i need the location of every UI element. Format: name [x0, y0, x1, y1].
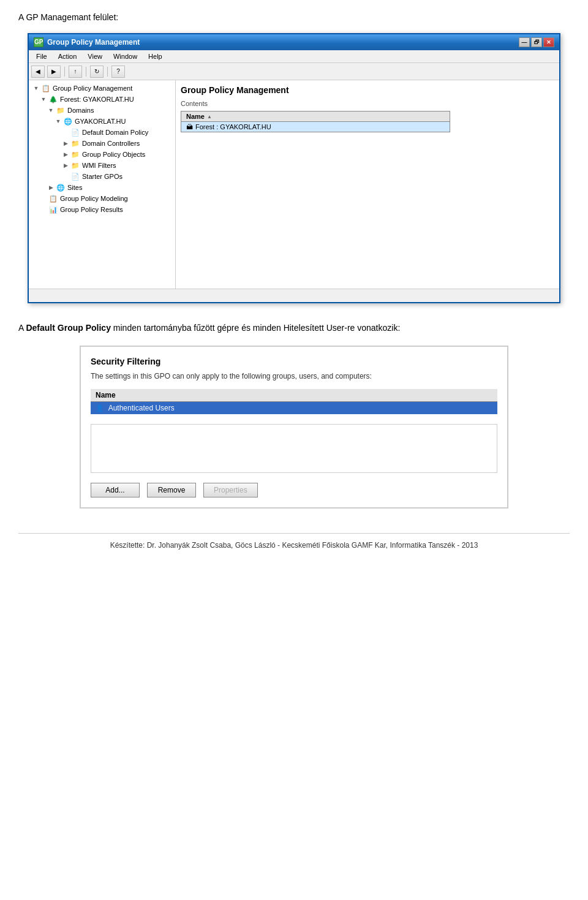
restore-button[interactable]: 🗗 [531, 37, 542, 47]
section-text-bold: Default Group Policy [26, 323, 110, 333]
tree-item-domain-hu[interactable]: ▼ 🌐 GYAKORLAT.HU [29, 116, 175, 127]
forest-expander[interactable]: ▼ [39, 94, 48, 104]
menu-window[interactable]: Window [108, 51, 142, 61]
domains-icon: 📁 [56, 105, 66, 115]
toolbar-separator-1 [64, 67, 65, 77]
tree-item-default-policy[interactable]: 📄 Default Domain Policy [29, 127, 175, 138]
close-button[interactable]: ✕ [543, 37, 554, 47]
authenticated-users-icon: 👤 [96, 404, 104, 412]
tree-forest-label: Forest: GYAKORLAT.HU [60, 96, 134, 103]
authenticated-users-label: Authenticated Users [108, 404, 175, 412]
modeling-icon: 📋 [48, 194, 58, 203]
page-heading: A GP Managemant felület: [18, 12, 570, 22]
domain-hu-icon: 🌐 [63, 116, 73, 126]
tree-item-results[interactable]: 📊 Group Policy Results [29, 204, 175, 215]
default-policy-icon: 📄 [70, 127, 80, 137]
window-title: Group Policy Management [47, 38, 140, 47]
tree-default-policy-label: Default Domain Policy [82, 129, 148, 136]
tree-modeling-label: Group Policy Modeling [60, 195, 128, 202]
root-icon: 📋 [41, 83, 51, 93]
section-description: A Default Group Policy minden tartományb… [18, 322, 570, 335]
menu-view[interactable]: View [83, 51, 107, 61]
tree-domain-controllers-label: Domain Controllers [82, 140, 140, 147]
toolbar-separator-3 [107, 67, 108, 77]
footer: Készítette: Dr. Johanyák Zsolt Csaba, Gö… [18, 533, 570, 550]
tree-root[interactable]: ▼ 📋 Group Policy Management [29, 83, 175, 94]
tree-item-modeling[interactable]: 📋 Group Policy Modeling [29, 193, 175, 204]
window-titlebar: GP Group Policy Management — 🗗 ✕ [29, 34, 559, 50]
titlebar-title-group: GP Group Policy Management [34, 37, 140, 47]
section-text-before: A [18, 323, 26, 333]
footer-text: Készítette: Dr. Johanyák Zsolt Csaba, Gö… [110, 541, 478, 550]
security-table: Name 👤 Authenticated Users [91, 389, 497, 414]
toolbar-separator-2 [86, 67, 86, 77]
refresh-button[interactable]: ↻ [90, 66, 104, 78]
tree-domains-label: Domains [67, 107, 94, 114]
tree-item-domains[interactable]: ▼ 📁 Domains [29, 105, 175, 116]
domain-ctrl-expander[interactable]: ▶ [61, 138, 70, 148]
tree-item-domain-controllers[interactable]: ▶ 📁 Domain Controllers [29, 138, 175, 149]
security-buttons: Add... Remove Properties [91, 483, 497, 497]
toolbar: ◀ ▶ ↑ ↻ ? [29, 63, 559, 80]
window-icon: GP [34, 37, 43, 47]
menu-help[interactable]: Help [143, 51, 167, 61]
minimize-button[interactable]: — [519, 37, 530, 47]
help-button[interactable]: ? [111, 66, 125, 78]
content-title: Group Policy Management [181, 85, 554, 95]
tree-gpo-label: Group Policy Objects [82, 151, 145, 158]
tree-sites-label: Sites [67, 184, 82, 191]
content-panel: Group Policy Management Contents Name ▲ … [176, 80, 559, 289]
domains-expander[interactable]: ▼ [46, 105, 56, 115]
menu-action[interactable]: Action [53, 51, 82, 61]
security-table-row[interactable]: 👤 Authenticated Users [91, 401, 497, 414]
tree-root-label: Group Policy Management [53, 85, 132, 92]
wmi-expander[interactable]: ▶ [61, 161, 70, 170]
list-row-forest[interactable]: 🏔 Forest : GYAKORLAT.HU [181, 122, 450, 132]
gp-management-window: GP Group Policy Management — 🗗 ✕ File Ac… [28, 33, 560, 303]
tree-item-gpo[interactable]: ▶ 📁 Group Policy Objects [29, 149, 175, 160]
starter-icon: 📄 [70, 172, 80, 181]
wmi-icon: 📁 [70, 161, 80, 170]
menu-bar: File Action View Window Help [29, 50, 559, 63]
security-table-header: Name [91, 389, 497, 402]
sites-icon: 🌐 [56, 183, 66, 192]
security-filtering-panel: Security Filtering The settings in this … [80, 346, 508, 509]
tree-item-starter[interactable]: 📄 Starter GPOs [29, 171, 175, 182]
status-bar [29, 289, 559, 302]
tree-results-label: Group Policy Results [60, 206, 123, 213]
properties-button[interactable]: Properties [203, 483, 258, 497]
sort-icon: ▲ [207, 114, 212, 119]
add-button[interactable]: Add... [91, 483, 140, 497]
up-button[interactable]: ↑ [69, 66, 82, 78]
gpo-icon: 📁 [70, 149, 80, 159]
security-title: Security Filtering [91, 357, 497, 366]
tree-domain-hu-label: GYAKORLAT.HU [75, 118, 126, 125]
remove-button[interactable]: Remove [147, 483, 196, 497]
security-description: The settings in this GPO can only apply … [91, 371, 497, 382]
tree-item-wmi[interactable]: ▶ 📁 WMI Filters [29, 160, 175, 171]
tree-item-forest[interactable]: ▼ 🌲 Forest: GYAKORLAT.HU [29, 94, 175, 105]
forest-icon: 🌲 [48, 94, 58, 104]
tree-starter-label: Starter GPOs [82, 173, 123, 180]
security-table-cell: 👤 Authenticated Users [91, 401, 497, 414]
content-subtitle: Contents [181, 100, 554, 107]
domain-hu-expander[interactable]: ▼ [53, 116, 63, 126]
domain-ctrl-icon: 📁 [70, 138, 80, 148]
list-header-name: Name [186, 113, 205, 120]
empty-list-area [91, 424, 497, 473]
tree-item-sites[interactable]: ▶ 🌐 Sites [29, 182, 175, 193]
content-list: Name ▲ 🏔 Forest : GYAKORLAT.HU [181, 111, 450, 132]
sites-expander[interactable]: ▶ [46, 183, 56, 192]
window-body: ▼ 📋 Group Policy Management ▼ 🌲 Forest: … [29, 80, 559, 289]
forward-button[interactable]: ▶ [47, 66, 61, 78]
tree-panel: ▼ 📋 Group Policy Management ▼ 🌲 Forest: … [29, 80, 176, 289]
tree-wmi-label: WMI Filters [82, 162, 116, 169]
section-text-after: minden tartományba fűzött gépre és minde… [111, 323, 400, 333]
back-button[interactable]: ◀ [31, 66, 45, 78]
results-icon: 📊 [48, 205, 58, 214]
root-expander[interactable]: ▼ [31, 83, 41, 93]
menu-file[interactable]: File [31, 51, 52, 61]
gpo-expander[interactable]: ▶ [61, 149, 70, 159]
list-item-label: Forest : GYAKORLAT.HU [195, 123, 271, 130]
list-header: Name ▲ [181, 112, 450, 122]
